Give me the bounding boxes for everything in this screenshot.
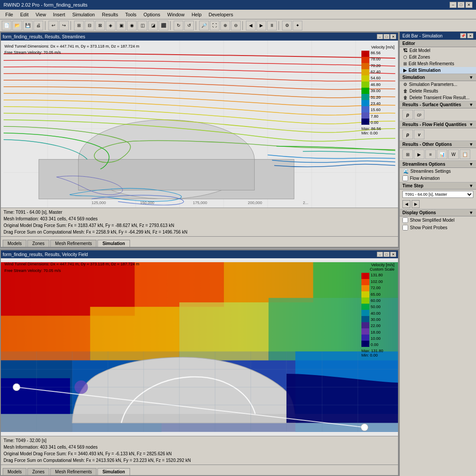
streamlines-maximize[interactable]: □ — [383, 34, 390, 39]
other-btn-1[interactable]: ⊞ — [402, 149, 413, 159]
tb-btn21[interactable]: ⚙ — [282, 21, 292, 30]
tab-zones-bottom[interactable]: Zones — [27, 468, 49, 475]
streamlines-viz[interactable]: 125,000 125,000 150,000 175,000 200,000 … — [1, 41, 398, 208]
tab-models-top[interactable]: Models — [3, 240, 26, 247]
tb-btn16[interactable]: ⊕ — [220, 21, 230, 30]
streamlines-minimize[interactable]: – — [377, 34, 383, 39]
sidebar-delete-results[interactable]: 🗑 Delete Results — [400, 88, 476, 94]
streamlines-settings-label: Streamlines Settings — [410, 169, 451, 174]
tb-print[interactable]: 🖨 — [33, 21, 43, 30]
tb-redo[interactable]: ↪ — [59, 21, 69, 30]
tab-simulation-bottom[interactable]: Simulation — [97, 468, 130, 475]
tb-btn20[interactable]: ⏸ — [267, 21, 277, 30]
menu-simulation[interactable]: Simulation — [69, 11, 98, 18]
streamlines-win-buttons[interactable]: – □ ✕ — [377, 34, 396, 39]
editor-section-title: Editor — [400, 40, 476, 47]
show-probes-label[interactable]: Show Point Probes — [410, 225, 447, 230]
tb-new[interactable]: 📄 — [2, 21, 11, 30]
title-bar-buttons[interactable]: – □ ✕ — [450, 2, 472, 8]
menu-window[interactable]: Window — [164, 11, 188, 18]
velocity-minimize[interactable]: – — [377, 252, 383, 257]
tb-btn15[interactable]: ⛶ — [210, 21, 219, 30]
velocity-maximize[interactable]: □ — [383, 252, 390, 257]
menu-view[interactable]: View — [32, 11, 50, 18]
velocity-win-buttons[interactable]: – □ ✕ — [377, 252, 396, 257]
show-simplified-checkbox[interactable] — [402, 217, 408, 223]
flow-btn-p[interactable]: p — [402, 130, 413, 139]
tb-btn18[interactable]: ◀ — [246, 21, 256, 30]
tb-open[interactable]: 📂 — [12, 21, 22, 30]
tb-btn7[interactable]: ▣ — [116, 21, 126, 30]
velocity-close[interactable]: ✕ — [390, 252, 396, 257]
sidebar-edit-simulation[interactable]: ▶ Edit Simulation — [400, 67, 476, 74]
tb-btn4[interactable]: ⊟ — [85, 21, 94, 30]
sim-params-label: Simulation Parameters... — [409, 82, 457, 87]
menu-help[interactable]: Help — [188, 11, 205, 18]
tb-save[interactable]: 💾 — [23, 21, 33, 30]
menu-options[interactable]: Options — [140, 11, 164, 18]
sidebar-edit-mesh[interactable]: ⊞ Edit Mesh Refinements — [400, 60, 476, 67]
sidebar-edit-model[interactable]: 🏗 Edit Model — [400, 47, 476, 54]
tab-zones-top[interactable]: Zones — [27, 240, 49, 247]
tb-btn13[interactable]: ↺ — [184, 21, 194, 30]
other-btn-4[interactable]: 📊 — [437, 149, 447, 159]
sidebar-header-buttons[interactable]: 📌 ✕ — [460, 33, 473, 38]
legend-color-12 — [361, 119, 369, 125]
vel-legend-title: Velocity [m/s] — [361, 263, 394, 267]
tab-mesh-bottom[interactable]: Mesh Refinements — [50, 468, 97, 475]
menu-results[interactable]: Results — [98, 11, 122, 18]
other-btn-5[interactable]: W — [448, 149, 459, 159]
tb-btn8[interactable]: ◉ — [127, 21, 137, 30]
menu-tools[interactable]: Tools — [122, 11, 140, 18]
tb-btn6[interactable]: ◈ — [106, 21, 115, 30]
tb-undo[interactable]: ↩ — [48, 21, 58, 30]
sidebar-streamlines-settings[interactable]: 🌊 Streamlines Settings — [400, 168, 476, 175]
menu-file[interactable]: File — [2, 11, 17, 18]
vel-legend-content: 131.80 102.00 72.00 65.00 60.00 50.00 40… — [361, 273, 394, 347]
velocity-status: Time: T049 - 32.00 [s] Mesh Information:… — [1, 436, 398, 465]
flow-btn-v[interactable]: v — [414, 130, 424, 139]
other-section-title: Results - Other Options ▼ — [400, 141, 476, 148]
sidebar-delete-transient[interactable]: 🗑 Delete Transient Flow Result... — [400, 94, 476, 101]
other-btn-3[interactable]: ≡ — [425, 149, 436, 159]
tb-btn22[interactable]: ✦ — [293, 21, 302, 30]
tb-btn10[interactable]: ◪ — [148, 21, 158, 30]
surface-btn-p[interactable]: p — [402, 110, 413, 119]
surface-btn-cp[interactable]: cp — [414, 110, 424, 119]
menu-insert[interactable]: Insert — [49, 11, 69, 18]
streamlines-close[interactable]: ✕ — [390, 34, 396, 39]
tb-btn9[interactable]: ◫ — [138, 21, 147, 30]
tb-btn12[interactable]: ↻ — [174, 21, 183, 30]
flow-animation-label[interactable]: Flow Animation — [410, 176, 440, 181]
tab-mesh-top[interactable]: Mesh Refinements — [50, 240, 97, 247]
minimize-button[interactable]: – — [450, 2, 457, 8]
edit-sim-label: Edit Simulation — [409, 68, 441, 73]
flow-animation-checkbox[interactable] — [402, 175, 408, 181]
simulation-section-label: Simulation — [402, 75, 425, 80]
tab-models-bottom[interactable]: Models — [3, 468, 26, 475]
velocity-viz[interactable]: Velocity [m/s] Custom Scale — [1, 258, 398, 436]
sidebar-edit-zones[interactable]: ⬡ Edit Zones — [400, 54, 476, 60]
info-line2: Free Stream Velocity: 70.05 m/s — [4, 49, 139, 56]
sidebar-pin[interactable]: 📌 — [460, 33, 466, 38]
tb-btn11[interactable]: ⬛ — [159, 21, 168, 30]
time-next[interactable]: ▶ — [412, 200, 420, 208]
menu-developers[interactable]: Developers — [205, 11, 237, 18]
other-btn-2[interactable]: ▶ — [414, 149, 424, 159]
tb-btn19[interactable]: ▶ — [257, 21, 266, 30]
maximize-button[interactable]: □ — [457, 2, 465, 8]
show-probes-checkbox[interactable] — [402, 225, 408, 231]
tb-btn14[interactable]: 🔎 — [199, 21, 209, 30]
show-simplified-label[interactable]: Show Simplified Model — [410, 218, 454, 223]
time-prev[interactable]: ◀ — [402, 200, 410, 208]
other-btn-6[interactable]: 📋 — [460, 149, 470, 159]
close-button[interactable]: ✕ — [465, 2, 472, 8]
tb-btn3[interactable]: ⊞ — [74, 21, 84, 30]
tb-btn5[interactable]: ⊠ — [95, 21, 105, 30]
tb-btn17[interactable]: ⊖ — [231, 21, 241, 30]
sidebar-close-btn[interactable]: ✕ — [467, 33, 473, 38]
tab-simulation-top[interactable]: Simulation — [97, 240, 130, 247]
sidebar-sim-params[interactable]: ⚙ Simulation Parameters... — [400, 81, 476, 88]
time-step-select[interactable]: T091 - 64.00 [s], Master — [402, 191, 473, 198]
menu-edit[interactable]: Edit — [17, 11, 32, 18]
